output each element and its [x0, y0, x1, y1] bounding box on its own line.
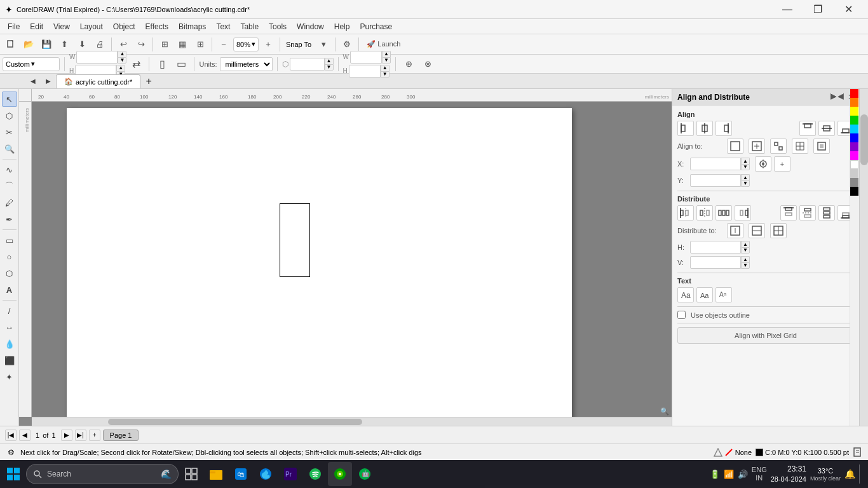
- premiere-taskbar-btn[interactable]: Pr: [278, 462, 302, 486]
- color-blue[interactable]: [850, 133, 858, 142]
- freehand-tool-btn[interactable]: ∿: [2, 162, 17, 177]
- dist-space-h-btn[interactable]: [715, 205, 732, 220]
- bezier-tool-btn[interactable]: ⌒: [2, 179, 17, 194]
- notification-icon[interactable]: 🔔: [844, 469, 855, 479]
- x-anchor-btn[interactable]: [755, 156, 771, 172]
- color-white[interactable]: [850, 160, 858, 169]
- menu-bitmaps[interactable]: Bitmaps: [173, 21, 211, 32]
- h-input[interactable]: 5.08 mm: [690, 241, 741, 254]
- show-desktop-btn[interactable]: [859, 464, 862, 484]
- snap-h-input[interactable]: 5.0 mm: [349, 65, 381, 78]
- x-plus-btn[interactable]: +: [774, 156, 790, 172]
- v-input[interactable]: 5.08 mm: [690, 256, 741, 269]
- align-right-btn[interactable]: [715, 121, 732, 136]
- dist-center-v-btn[interactable]: [799, 205, 816, 220]
- color-magenta[interactable]: [850, 151, 858, 160]
- page-first-btn[interactable]: |◀: [5, 430, 17, 441]
- h-down-btn[interactable]: ▼: [741, 247, 750, 254]
- view-layout-btn[interactable]: ▦: [174, 36, 191, 53]
- color-purple[interactable]: [850, 142, 858, 151]
- dist-top-btn[interactable]: [780, 205, 797, 220]
- text-align-left-btn[interactable]: Aa: [677, 287, 694, 302]
- crop-tool-prop-btn[interactable]: ⊕: [400, 56, 417, 72]
- polygon-tool-btn[interactable]: ⬡: [2, 266, 17, 281]
- rect-object[interactable]: [280, 203, 310, 277]
- align-to-grid-btn[interactable]: [792, 139, 808, 154]
- preset-dropdown[interactable]: Custom ▾: [3, 57, 60, 71]
- add-tab-btn[interactable]: +: [142, 74, 156, 88]
- scrollbar-v[interactable]: [859, 89, 868, 426]
- width-up-btn[interactable]: ▲: [118, 51, 126, 57]
- align-to-selection-btn[interactable]: [770, 139, 787, 154]
- dist-center-h-btn[interactable]: [696, 205, 713, 220]
- x-input[interactable]: 139.7 mm: [690, 158, 741, 170]
- dist-to-object-btn[interactable]: [770, 223, 787, 238]
- nudge-up-btn[interactable]: ▲: [325, 58, 334, 64]
- dist-to-page-btn[interactable]: [727, 223, 743, 238]
- color-cyan[interactable]: [850, 125, 858, 133]
- android-btn[interactable]: 🤖: [353, 462, 377, 486]
- text-tool-btn[interactable]: A: [2, 282, 17, 297]
- v-down-btn[interactable]: ▼: [741, 262, 750, 269]
- swap-dimensions-btn[interactable]: ⇄: [128, 56, 144, 72]
- align-left-btn[interactable]: [677, 121, 694, 136]
- v-up-btn[interactable]: ▲: [741, 256, 750, 262]
- title-bar-controls[interactable]: — ❐ ✕: [773, 0, 863, 19]
- snap-w-down-btn[interactable]: ▼: [382, 57, 391, 64]
- calligraphy-tool-btn[interactable]: ✒: [2, 212, 17, 227]
- menu-file[interactable]: File: [3, 21, 25, 32]
- color-black[interactable]: [850, 187, 858, 196]
- snap-dropdown-btn[interactable]: ▾: [315, 36, 332, 53]
- page-last-btn[interactable]: ▶|: [75, 430, 86, 441]
- color-gray[interactable]: [850, 178, 858, 187]
- units-select[interactable]: millimeters inches pixels: [220, 57, 273, 71]
- new-btn[interactable]: [3, 36, 19, 53]
- align-to-center-btn[interactable]: [749, 139, 765, 154]
- align-middle-h-btn[interactable]: [818, 121, 835, 136]
- color-ltgray[interactable]: [850, 169, 858, 178]
- landscape-btn[interactable]: ▭: [173, 56, 189, 72]
- crop-tool-btn[interactable]: ✂: [2, 125, 17, 140]
- x-up-btn[interactable]: ▲: [741, 158, 750, 164]
- slice-tool-btn[interactable]: ⊗: [419, 56, 436, 72]
- parallel-tool-btn[interactable]: /: [2, 303, 17, 318]
- edge-taskbar-btn[interactable]: [254, 462, 278, 486]
- menu-tools[interactable]: Tools: [264, 21, 292, 32]
- color-orange[interactable]: [850, 98, 858, 107]
- add-page-btn[interactable]: +: [89, 430, 100, 441]
- node-tool-btn[interactable]: ⬡: [2, 108, 17, 123]
- x-down-btn[interactable]: ▼: [741, 164, 750, 170]
- menu-object[interactable]: Object: [108, 21, 140, 32]
- dist-to-selection-btn[interactable]: [749, 223, 765, 238]
- snap-to-grid-btn[interactable]: ⊞: [156, 36, 173, 53]
- color-green[interactable]: [850, 116, 858, 125]
- ellipse-tool-btn[interactable]: ○: [2, 249, 17, 264]
- pen-tool-btn[interactable]: 🖊: [2, 195, 17, 210]
- height-up-btn[interactable]: ▲: [116, 65, 125, 71]
- active-tab[interactable]: 🏠 acrylic cutting.cdr*: [56, 74, 140, 88]
- page-next-btn[interactable]: ▶: [61, 430, 72, 441]
- y-input[interactable]: 250.0 mm: [690, 174, 741, 187]
- scrollbar-h[interactable]: [32, 417, 672, 426]
- text-align-center-btn[interactable]: Aa: [696, 287, 713, 302]
- select-tool-btn[interactable]: ↖: [2, 92, 17, 107]
- align-top-btn[interactable]: [799, 121, 816, 136]
- save-btn[interactable]: 💾: [38, 36, 55, 53]
- snap-w-up-btn[interactable]: ▲: [382, 51, 391, 57]
- menu-text[interactable]: Text: [211, 21, 235, 32]
- canvas-inner[interactable]: 🔍: [32, 102, 672, 417]
- special-tool-btn[interactable]: ✦: [2, 369, 17, 384]
- snap-w-input[interactable]: 5.0 mm: [350, 51, 382, 64]
- coreldraw-taskbar-btn[interactable]: [328, 462, 352, 486]
- y-down-btn[interactable]: ▼: [741, 180, 750, 187]
- dist-right-btn[interactable]: [735, 205, 751, 220]
- width-down-btn[interactable]: ▼: [118, 57, 126, 64]
- y-up-btn[interactable]: ▲: [741, 174, 750, 180]
- color-yellow[interactable]: [850, 107, 858, 116]
- panel-expand-btn[interactable]: ⯈⯇: [830, 93, 845, 102]
- dist-space-v-btn[interactable]: [818, 205, 835, 220]
- spotify-taskbar-btn[interactable]: [303, 462, 327, 486]
- snap-h-down-btn[interactable]: ▼: [381, 71, 390, 78]
- ms-store-btn[interactable]: 🛍: [229, 462, 253, 486]
- fill-tool-btn[interactable]: ⬛: [2, 353, 17, 368]
